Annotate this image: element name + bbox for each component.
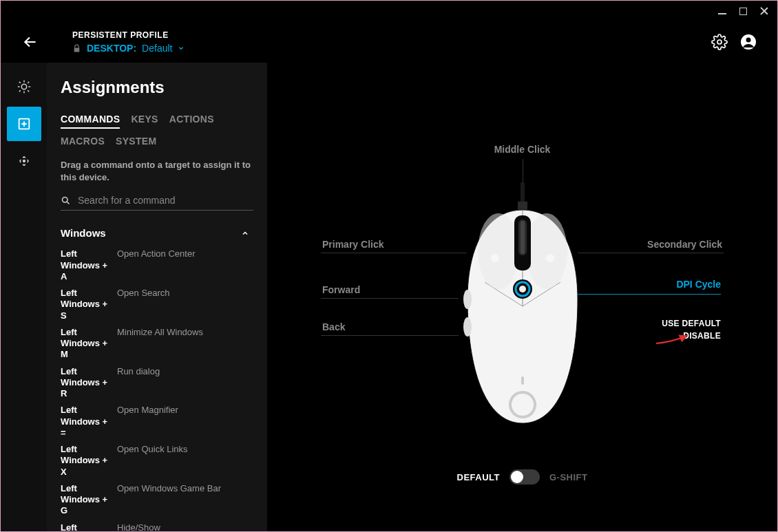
svg-point-2 [746, 38, 751, 43]
ctx-use-default[interactable]: USE DEFAULT [662, 317, 721, 330]
annotation-arrow [655, 334, 689, 346]
command-action: Open Action Center [117, 248, 195, 282]
svg-point-3 [21, 84, 26, 89]
lock-icon [72, 44, 81, 53]
toggle-gshift-label: G-SHIFT [549, 472, 588, 482]
command-key: Left Windows + S [61, 288, 114, 321]
command-action: Minimize All Windows [117, 327, 203, 361]
profile-selector[interactable]: DESKTOP: Default [72, 43, 697, 54]
gear-icon[interactable] [711, 34, 728, 50]
label-secondary-click[interactable]: Secondary Click [647, 239, 722, 250]
svg-rect-7 [521, 182, 525, 203]
tab-row: COMMANDSKEYSACTIONSMACROSSYSTEM [61, 114, 253, 147]
chevron-up-icon [241, 229, 249, 237]
command-row[interactable]: Left Windows + GOpen Windows Game Bar [61, 480, 249, 520]
command-action: Open Search [117, 288, 170, 321]
svg-point-10 [526, 213, 567, 289]
svg-point-9 [478, 213, 519, 289]
toggle-default-label: DEFAULT [457, 472, 500, 482]
group-name: Windows [61, 227, 106, 239]
search-icon [61, 195, 71, 206]
command-row[interactable]: LeftHide/Show [61, 520, 249, 531]
command-key: Left Windows + = [61, 405, 114, 438]
search-input[interactable] [78, 195, 253, 206]
svg-point-16 [519, 286, 526, 292]
nav-lighting[interactable] [7, 70, 41, 104]
header: PERSISTENT PROFILE DESKTOP: Default [1, 21, 777, 63]
command-action: Open Magnifier [117, 405, 178, 438]
mode-toggle: DEFAULT G-SHIFT [457, 469, 588, 485]
label-dpi-cycle[interactable]: DPI Cycle [676, 279, 721, 290]
command-action: Open Windows Game Bar [117, 483, 221, 517]
command-action: Hide/Show [117, 522, 160, 531]
side-panel: Assignments COMMANDSKEYSACTIONSMACROSSYS… [47, 63, 267, 531]
titlebar [1, 1, 777, 21]
command-key: Left Windows + A [61, 248, 114, 282]
command-list[interactable]: Windows Left Windows + AOpen Action Cent… [61, 223, 253, 531]
command-action: Open Quick Links [117, 444, 188, 478]
command-row[interactable]: Left Windows + SOpen Search [61, 285, 249, 324]
toggle-switch[interactable] [509, 469, 540, 485]
command-row[interactable]: Left Windows + RRun dialog [61, 363, 249, 403]
svg-rect-13 [521, 221, 525, 254]
plus-box-icon [17, 116, 32, 131]
persistent-label: PERSISTENT PROFILE [72, 30, 697, 40]
minimize-button[interactable] [718, 7, 726, 15]
app-window: PERSISTENT PROFILE DESKTOP: Default [0, 0, 778, 532]
tab-actions[interactable]: ACTIONS [169, 114, 214, 129]
label-back[interactable]: Back [322, 321, 345, 332]
label-middle-click[interactable]: Middle Click [494, 144, 551, 155]
command-row[interactable]: Left Windows + =Open Magnifier [61, 402, 249, 441]
hint-text: Drag a command onto a target to assign i… [61, 159, 253, 184]
command-key: Left Windows + M [61, 327, 114, 361]
command-action: Run dialog [117, 366, 160, 400]
tab-keys[interactable]: KEYS [131, 114, 158, 129]
tab-system[interactable]: SYSTEM [116, 136, 156, 147]
user-icon[interactable] [740, 34, 757, 50]
nav-sensitivity[interactable] [7, 144, 41, 178]
mouse-illustration [454, 182, 591, 430]
svg-point-5 [23, 160, 25, 162]
svg-point-6 [63, 197, 68, 202]
svg-point-18 [546, 254, 554, 262]
svg-point-19 [463, 290, 472, 309]
move-icon [17, 153, 32, 169]
svg-point-0 [717, 40, 722, 44]
svg-point-20 [463, 317, 472, 337]
panel-title: Assignments [61, 78, 253, 97]
tab-commands[interactable]: COMMANDS [61, 114, 120, 129]
back-arrow-icon[interactable] [21, 33, 39, 51]
command-row[interactable]: Left Windows + XOpen Quick Links [61, 441, 249, 480]
maximize-button[interactable] [739, 7, 747, 15]
command-row[interactable]: Left Windows + MMinimize All Windows [61, 324, 249, 363]
command-key: Left [61, 522, 114, 531]
group-header[interactable]: Windows [61, 223, 249, 246]
profile-prefix: DESKTOP: [87, 43, 136, 54]
chevron-down-icon [178, 45, 185, 52]
search-box[interactable] [61, 195, 253, 211]
body: Assignments COMMANDSKEYSACTIONSMACROSSYS… [1, 63, 777, 531]
command-key: Left Windows + R [61, 366, 114, 400]
command-key: Left Windows + X [61, 444, 114, 478]
nav-assignments[interactable] [7, 107, 41, 141]
header-actions [711, 34, 757, 50]
close-button[interactable] [759, 7, 768, 15]
mouse-canvas: Middle Click Primary Click Secondary Cli… [267, 63, 777, 531]
command-row[interactable]: Left Windows + AOpen Action Center [61, 246, 249, 285]
brightness-icon [17, 79, 32, 94]
svg-point-17 [491, 254, 499, 262]
tab-macros[interactable]: MACROS [61, 136, 105, 147]
label-forward[interactable]: Forward [322, 284, 360, 295]
profile-block: PERSISTENT PROFILE DESKTOP: Default [72, 30, 697, 54]
label-primary-click[interactable]: Primary Click [322, 239, 384, 250]
profile-name: Default [142, 43, 172, 54]
nav-rail [1, 63, 47, 531]
command-key: Left Windows + G [61, 483, 114, 517]
